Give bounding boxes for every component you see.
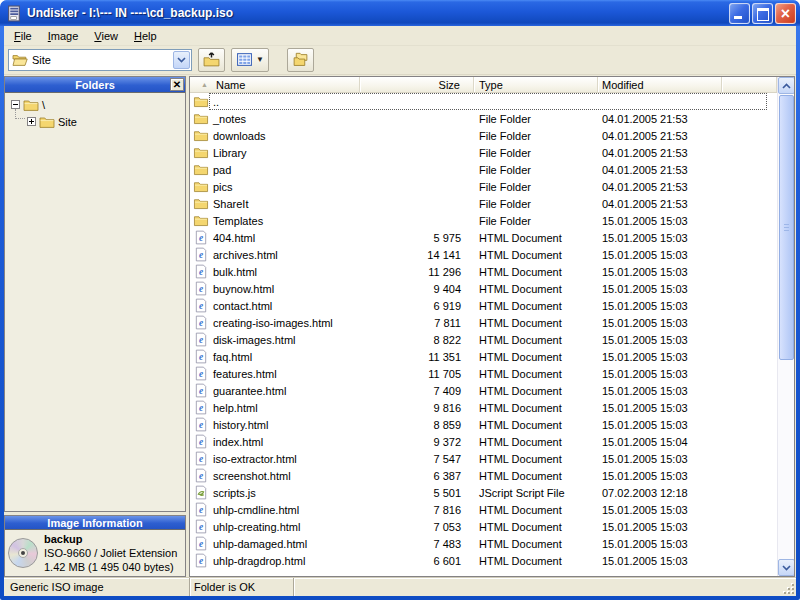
file-row[interactable]: eguarantee.html7 409HTML Document15.01.2… bbox=[190, 382, 777, 399]
html-icon: e bbox=[193, 366, 209, 381]
html-icon: e bbox=[193, 434, 209, 449]
file-row[interactable]: ecreating-iso-images.html7 811HTML Docum… bbox=[190, 314, 777, 331]
status-image-type: Generic ISO image bbox=[4, 578, 190, 596]
menu-help[interactable]: Help bbox=[126, 28, 165, 44]
file-size: 14 141 bbox=[360, 249, 474, 261]
close-button[interactable] bbox=[775, 3, 796, 24]
file-row[interactable]: econtact.html6 919HTML Document15.01.200… bbox=[190, 297, 777, 314]
combobox-dropdown-button[interactable] bbox=[173, 51, 190, 69]
file-name: pad bbox=[213, 164, 231, 176]
file-type: File Folder bbox=[474, 147, 598, 159]
file-row[interactable]: ehelp.html9 816HTML Document15.01.2005 1… bbox=[190, 399, 777, 416]
folders-panel-close-icon[interactable]: ✕ bbox=[170, 78, 184, 91]
svg-text:e: e bbox=[199, 539, 203, 549]
extract-button[interactable] bbox=[287, 48, 314, 72]
file-row[interactable]: picsFile Folder04.01.2005 21:53 bbox=[190, 178, 777, 195]
folder-tree: \ Site bbox=[5, 93, 185, 511]
file-row[interactable]: euhlp-creating.html7 053HTML Document15.… bbox=[190, 518, 777, 535]
resize-grip[interactable] bbox=[782, 582, 795, 595]
scrollbar-thumb[interactable] bbox=[779, 95, 794, 360]
views-button[interactable]: ▼ bbox=[231, 48, 269, 72]
file-row[interactable]: ShareItFile Folder04.01.2005 21:53 bbox=[190, 195, 777, 212]
tree-item-site[interactable]: Site bbox=[27, 113, 185, 130]
file-row[interactable]: e404.html5 975HTML Document15.01.2005 15… bbox=[190, 229, 777, 246]
html-icon: e bbox=[193, 230, 209, 245]
file-type: HTML Document bbox=[474, 351, 598, 363]
path-combobox[interactable]: Site bbox=[8, 49, 192, 71]
file-row[interactable]: TemplatesFile Folder15.01.2005 15:03 bbox=[190, 212, 777, 229]
file-modified: 04.01.2005 21:53 bbox=[598, 113, 722, 125]
file-type: File Folder bbox=[474, 164, 598, 176]
file-row[interactable]: downloadsFile Folder04.01.2005 21:53 bbox=[190, 127, 777, 144]
svg-text:e: e bbox=[199, 471, 203, 481]
window-content: FileImageViewHelp Site ▼ bbox=[4, 26, 796, 596]
file-row[interactable]: euhlp-dragdrop.html6 601HTML Document15.… bbox=[190, 552, 777, 569]
file-row[interactable]: efaq.html11 351HTML Document15.01.2005 1… bbox=[190, 348, 777, 365]
image-size: 1.42 MB (1 495 040 bytes) bbox=[44, 560, 177, 574]
column-header-type[interactable]: Type bbox=[474, 77, 598, 92]
file-row[interactable]: escreenshot.html6 387HTML Document15.01.… bbox=[190, 467, 777, 484]
html-icon: e bbox=[193, 247, 209, 262]
html-icon: e bbox=[193, 264, 209, 279]
file-name: _notes bbox=[213, 113, 246, 125]
column-header-size[interactable]: Size bbox=[360, 77, 474, 92]
file-type: HTML Document bbox=[474, 419, 598, 431]
file-row[interactable]: efeatures.html11 705HTML Document15.01.2… bbox=[190, 365, 777, 382]
file-row[interactable]: _notesFile Folder04.01.2005 21:53 bbox=[190, 110, 777, 127]
up-one-level-button[interactable] bbox=[198, 48, 225, 72]
maximize-button[interactable] bbox=[752, 3, 773, 24]
chevron-down-icon bbox=[177, 57, 186, 63]
file-row[interactable]: ebulk.html11 296HTML Document15.01.2005 … bbox=[190, 263, 777, 280]
file-row[interactable]: edisk-images.html8 822HTML Document15.01… bbox=[190, 331, 777, 348]
file-row[interactable]: eindex.html9 372HTML Document15.01.2005 … bbox=[190, 433, 777, 450]
file-type: HTML Document bbox=[474, 249, 598, 261]
tree-connector-line bbox=[15, 109, 25, 119]
vertical-scrollbar[interactable] bbox=[777, 77, 794, 576]
file-size: 5 975 bbox=[360, 232, 474, 244]
file-name: pics bbox=[213, 181, 233, 193]
folder-icon bbox=[193, 179, 209, 194]
column-header-modified[interactable]: Modified bbox=[598, 77, 722, 92]
title-bar[interactable]: Undisker - I:\--- IN ----\cd_backup.iso bbox=[0, 0, 800, 26]
menu-view[interactable]: View bbox=[86, 28, 126, 44]
menu-file[interactable]: File bbox=[6, 28, 40, 44]
file-row[interactable]: LibraryFile Folder04.01.2005 21:53 bbox=[190, 144, 777, 161]
file-name: uhlp-damaged.html bbox=[213, 538, 307, 550]
svg-text:e: e bbox=[199, 386, 203, 396]
html-icon: e bbox=[193, 417, 209, 432]
file-name: uhlp-creating.html bbox=[213, 521, 300, 533]
file-row[interactable]: ehistory.html8 859HTML Document15.01.200… bbox=[190, 416, 777, 433]
folder-icon bbox=[193, 196, 209, 211]
file-row[interactable]: euhlp-cmdline.html7 816HTML Document15.0… bbox=[190, 501, 777, 518]
file-row[interactable]: padFile Folder04.01.2005 21:53 bbox=[190, 161, 777, 178]
svg-text:e: e bbox=[199, 301, 203, 311]
file-modified: 15.01.2005 15:03 bbox=[598, 453, 722, 465]
file-row[interactable]: earchives.html14 141HTML Document15.01.2… bbox=[190, 246, 777, 263]
file-size: 9 372 bbox=[360, 436, 474, 448]
file-modified: 15.01.2005 15:03 bbox=[598, 317, 722, 329]
file-row[interactable]: ebuynow.html9 404HTML Document15.01.2005… bbox=[190, 280, 777, 297]
file-name: history.html bbox=[213, 419, 268, 431]
file-row[interactable]: euhlp-damaged.html7 483HTML Document15.0… bbox=[190, 535, 777, 552]
file-name: buynow.html bbox=[213, 283, 274, 295]
scroll-down-icon[interactable] bbox=[778, 559, 795, 576]
menu-bar: FileImageViewHelp bbox=[4, 26, 796, 46]
file-type: HTML Document bbox=[474, 317, 598, 329]
collapse-icon[interactable] bbox=[11, 100, 20, 109]
minimize-button[interactable] bbox=[729, 3, 750, 24]
file-modified: 15.01.2005 15:03 bbox=[598, 419, 722, 431]
tree-item-root[interactable]: \ bbox=[11, 96, 185, 113]
file-rows: .._notesFile Folder04.01.2005 21:53downl… bbox=[190, 93, 777, 569]
tree-item-root-label: \ bbox=[42, 99, 45, 111]
file-row[interactable]: .. bbox=[190, 93, 777, 110]
file-row[interactable]: eiso-extractor.html7 547HTML Document15.… bbox=[190, 450, 777, 467]
html-icon: e bbox=[193, 332, 209, 347]
file-row[interactable]: scripts.js5 501JScript Script File07.02.… bbox=[190, 484, 777, 501]
folder-icon bbox=[193, 111, 209, 126]
column-header-name[interactable]: ▲ Name bbox=[190, 77, 360, 92]
menu-image[interactable]: Image bbox=[40, 28, 87, 44]
scroll-up-icon[interactable] bbox=[778, 77, 795, 94]
expand-icon[interactable] bbox=[27, 117, 36, 126]
file-name: screenshot.html bbox=[213, 470, 291, 482]
toolbar: Site ▼ bbox=[4, 46, 796, 75]
